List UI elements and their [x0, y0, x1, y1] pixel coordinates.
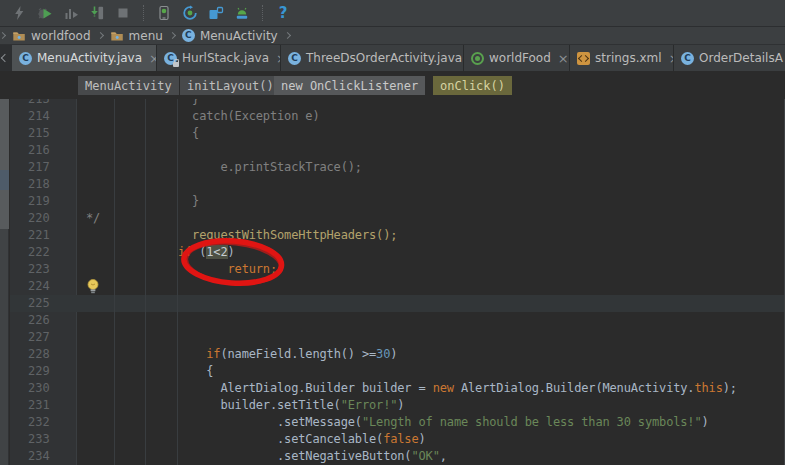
code-area[interactable]: } catch(Exception e) { e.printStackTrace…: [86, 99, 784, 465]
line-number[interactable]: 221: [10, 227, 77, 244]
code-line[interactable]: [86, 176, 784, 193]
navbar-item-worldfood[interactable]: worldfood: [12, 27, 91, 45]
line-number[interactable]: 228: [10, 346, 77, 363]
code-line[interactable]: .setNegativeButton("OK",: [86, 448, 784, 465]
close-tab-icon[interactable]: ×: [558, 52, 569, 65]
line-number[interactable]: 231: [10, 397, 77, 414]
code-line[interactable]: [86, 278, 784, 295]
code-token: if: [206, 347, 220, 361]
line-number[interactable]: 230: [10, 380, 77, 397]
line-number[interactable]: 215: [10, 125, 77, 142]
code-line[interactable]: AlertDialog.Builder builder = new AlertD…: [86, 380, 784, 397]
context-chips-row: MenuActivityinitLayout()new OnClickListe…: [0, 71, 785, 99]
breadcrumb-chip-MenuActivity[interactable]: MenuActivity: [78, 76, 179, 95]
code-token: "Length of name should be less than 30 s…: [362, 415, 702, 429]
xml-file-icon: [577, 52, 590, 65]
navbar-item-label: menu: [129, 29, 163, 43]
tab-label: HurlStack.java: [182, 51, 269, 65]
code-token: {: [86, 126, 199, 140]
line-number[interactable]: 229: [10, 363, 77, 380]
code-token: this: [694, 381, 722, 395]
code-token: (: [192, 245, 206, 259]
code-line[interactable]: [86, 295, 784, 312]
line-number[interactable]: 218: [10, 176, 77, 193]
left-scrollbar-thumb[interactable]: [0, 99, 9, 229]
device-manager-icon[interactable]: [208, 5, 224, 21]
code-token: 30: [376, 347, 390, 361]
line-number[interactable]: 227: [10, 329, 77, 346]
tab-label: OrderDetailsA: [699, 51, 783, 65]
tab-label: ThreeDsOrderActivity.java: [306, 51, 462, 65]
tabs-scroll-left-icon[interactable]: [1, 54, 9, 62]
navbar-item-label: worldfood: [31, 29, 91, 43]
line-number[interactable]: 224: [10, 278, 77, 295]
sync-project-icon[interactable]: [182, 5, 198, 21]
stop-icon: [115, 5, 131, 21]
line-number[interactable]: 232: [10, 414, 77, 431]
code-line[interactable]: {: [86, 125, 784, 142]
line-number[interactable]: 223: [10, 261, 77, 278]
code-token: builder.setTitle(: [86, 398, 341, 412]
line-number[interactable]: 216: [10, 142, 77, 159]
navbar-item-menu[interactable]: menu: [110, 27, 163, 45]
line-number[interactable]: 213: [10, 99, 77, 108]
help-icon[interactable]: ?: [275, 5, 291, 21]
line-number[interactable]: 226: [10, 312, 77, 329]
line-number[interactable]: 222: [10, 244, 77, 261]
close-tab-icon[interactable]: ×: [149, 52, 157, 65]
line-number[interactable]: 233: [10, 431, 77, 448]
line-number[interactable]: 220: [10, 210, 77, 227]
code-token: [86, 262, 228, 276]
code-token: }: [86, 99, 199, 106]
profiler-icon: [63, 5, 79, 21]
code-line[interactable]: [86, 329, 784, 346]
code-line[interactable]: requestWithSomeHttpHeaders();: [86, 227, 784, 244]
code-line[interactable]: builder.setTitle("Error!"): [86, 397, 784, 414]
debug-bug-run-icon[interactable]: [37, 5, 53, 21]
tab-strings.xml[interactable]: strings.xml×: [570, 45, 674, 71]
code-line[interactable]: return;: [86, 261, 784, 278]
code-line[interactable]: }: [86, 193, 784, 210]
line-number[interactable]: 225: [10, 295, 77, 312]
tab-HurlStack.java[interactable]: CHurlStack.java×: [157, 45, 281, 71]
line-number[interactable]: 217: [10, 159, 77, 176]
tab-worldFood[interactable]: worldFood×: [464, 45, 570, 71]
line-number[interactable]: 219: [10, 193, 77, 210]
breadcrumb-chip-initLayout[interactable]: initLayout(): [180, 76, 281, 95]
code-line[interactable]: */: [86, 210, 784, 227]
code-line[interactable]: [86, 142, 784, 159]
attach-debugger-icon[interactable]: [89, 5, 105, 21]
line-number[interactable]: 214: [10, 108, 77, 125]
navbar-item-MenuActivity[interactable]: CMenuActivity: [182, 27, 278, 45]
code-token: (nameField.length() >=: [220, 347, 376, 361]
code-line[interactable]: .setCancelable(false): [86, 431, 784, 448]
run-flash-icon: [11, 5, 27, 21]
code-line[interactable]: catch(Exception e): [86, 108, 784, 125]
code-token: "OK": [411, 449, 439, 463]
code-token: ): [228, 245, 235, 259]
code-line[interactable]: .setMessage("Length of name should be le…: [86, 414, 784, 431]
class-icon: C: [19, 52, 32, 65]
line-number[interactable]: 234: [10, 448, 77, 465]
code-editor[interactable]: 2132142152162172182192202212222232242252…: [0, 99, 785, 465]
android-profiler-icon[interactable]: [234, 5, 250, 21]
tab-ThreeDsOrderActivity.java[interactable]: CThreeDsOrderActivity.java×: [281, 45, 464, 71]
code-line[interactable]: if(nameField.length() >=30): [86, 346, 784, 363]
avd-manager-icon[interactable]: [156, 5, 172, 21]
tab-OrderDetailsA[interactable]: COrderDetailsA: [674, 45, 785, 71]
code-token: ,: [440, 449, 447, 463]
code-line[interactable]: if (1<2): [86, 244, 784, 261]
code-line[interactable]: }: [86, 99, 784, 108]
code-line[interactable]: {: [86, 363, 784, 380]
breadcrumb-chip-onClick[interactable]: onClick(): [433, 76, 512, 95]
code-token: if: [178, 245, 192, 259]
left-scrollbar-track[interactable]: [0, 99, 9, 465]
code-token: }: [86, 194, 199, 208]
intention-lightbulb-icon[interactable]: [85, 278, 101, 295]
breadcrumb-chip-newOnClickListener[interactable]: new OnClickListener: [274, 76, 425, 95]
code-token: 1<2: [206, 245, 227, 259]
code-line[interactable]: [86, 312, 784, 329]
tab-MenuActivity.java[interactable]: CMenuActivity.java×: [12, 45, 157, 71]
code-line[interactable]: e.printStackTrace();: [86, 159, 784, 176]
code-token: );: [723, 381, 737, 395]
